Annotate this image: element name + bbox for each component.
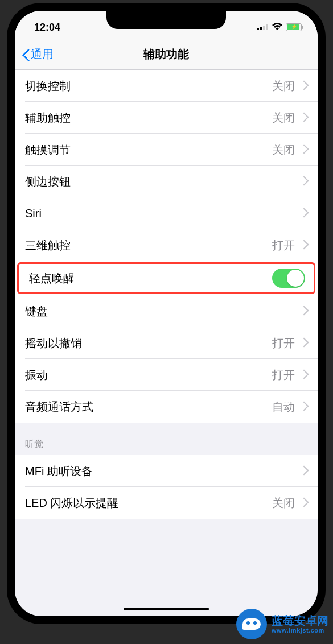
chevron-right-icon: [301, 465, 307, 477]
row-shake-undo[interactable]: 摇动以撤销 打开: [15, 327, 318, 359]
row-label: Siri: [25, 207, 301, 220]
chevron-right-icon: [301, 80, 307, 92]
chevron-right-icon: [301, 497, 307, 509]
row-value: 关闭: [272, 142, 295, 158]
watermark: 蓝莓安卓网 www.lmkjst.com: [236, 609, 328, 639]
svg-rect-3: [266, 24, 268, 30]
row-assistive-touch[interactable]: 辅助触控 关闭: [15, 102, 318, 134]
chevron-right-icon: [301, 112, 307, 123]
row-side-button[interactable]: 侧边按钮: [15, 166, 318, 197]
chevron-left-icon: [20, 46, 31, 63]
nav-bar: 通用 辅助功能: [15, 39, 318, 70]
chevron-right-icon: [301, 306, 307, 317]
chevron-right-icon: [301, 369, 307, 381]
row-led-flash[interactable]: LED 闪烁以示提醒 关闭: [15, 487, 318, 519]
row-switch-control[interactable]: 切换控制 关闭: [15, 70, 318, 102]
signal-icon: [257, 22, 269, 32]
watermark-name: 蓝莓安卓网: [272, 614, 328, 627]
screen: 12:04 ⚡ 通用 辅助功能: [15, 11, 318, 616]
row-3d-touch[interactable]: 三维触控 打开: [15, 229, 318, 261]
chevron-right-icon: [301, 176, 307, 187]
row-value: 关闭: [272, 496, 295, 511]
row-siri[interactable]: Siri: [15, 197, 318, 229]
row-value: 关闭: [272, 110, 295, 126]
row-value: 打开: [272, 368, 295, 383]
watermark-text: 蓝莓安卓网 www.lmkjst.com: [272, 614, 328, 634]
page-title: 辅助功能: [143, 47, 189, 62]
watermark-logo-icon: [236, 609, 267, 639]
row-value: 打开: [272, 238, 295, 253]
row-label: 音频通话方式: [25, 399, 272, 415]
chevron-right-icon: [301, 337, 307, 349]
home-indicator[interactable]: [124, 608, 209, 610]
row-label: 切换控制: [25, 79, 272, 94]
phone-frame: 12:04 ⚡ 通用 辅助功能: [7, 3, 326, 624]
row-value: 打开: [272, 336, 295, 351]
back-button[interactable]: 通用: [15, 46, 54, 63]
svg-rect-1: [260, 27, 262, 30]
section-header-hearing: 听觉: [15, 423, 318, 455]
row-label: LED 闪烁以示提醒: [25, 496, 272, 511]
chevron-right-icon: [301, 401, 307, 412]
chevron-right-icon: [301, 208, 307, 219]
row-keyboard[interactable]: 键盘: [15, 295, 318, 327]
row-value: 关闭: [272, 79, 295, 94]
toggle-knob: [287, 270, 304, 287]
chevron-right-icon: [301, 144, 307, 155]
row-label: MFi 助听设备: [25, 464, 301, 479]
row-value: 自动: [272, 399, 295, 415]
row-label: 振动: [25, 368, 272, 383]
svg-rect-0: [257, 28, 259, 30]
content: 切换控制 关闭 辅助触控 关闭 触摸调节 关闭 侧边按钮: [15, 70, 318, 519]
row-touch-accom[interactable]: 触摸调节 关闭: [15, 134, 318, 166]
row-call-audio[interactable]: 音频通话方式 自动: [15, 391, 318, 423]
svg-rect-2: [263, 26, 265, 30]
status-time: 12:04: [34, 22, 60, 34]
watermark-url: www.lmkjst.com: [272, 627, 328, 634]
row-label: 触摸调节: [25, 142, 272, 158]
list-group-interaction: 切换控制 关闭 辅助触控 关闭 触摸调节 关闭 侧边按钮: [15, 70, 318, 423]
chevron-right-icon: [301, 240, 307, 251]
status-icons: ⚡: [257, 22, 302, 32]
battery-icon: ⚡: [286, 23, 302, 31]
row-label: 辅助触控: [25, 110, 272, 126]
row-label: 侧边按钮: [25, 174, 301, 189]
row-mfi-hearing[interactable]: MFi 助听设备: [15, 455, 318, 487]
toggle-tap-to-wake[interactable]: [272, 269, 305, 288]
row-label: 轻点唤醒: [29, 271, 272, 286]
notch: [106, 11, 226, 29]
row-label: 三维触控: [25, 238, 272, 253]
row-label: 摇动以撤销: [25, 336, 272, 351]
list-group-hearing: MFi 助听设备 LED 闪烁以示提醒 关闭: [15, 455, 318, 519]
row-label: 键盘: [25, 304, 301, 319]
row-vibration[interactable]: 振动 打开: [15, 359, 318, 391]
row-tap-to-wake[interactable]: 轻点唤醒: [17, 262, 315, 294]
wifi-icon: [272, 22, 282, 32]
